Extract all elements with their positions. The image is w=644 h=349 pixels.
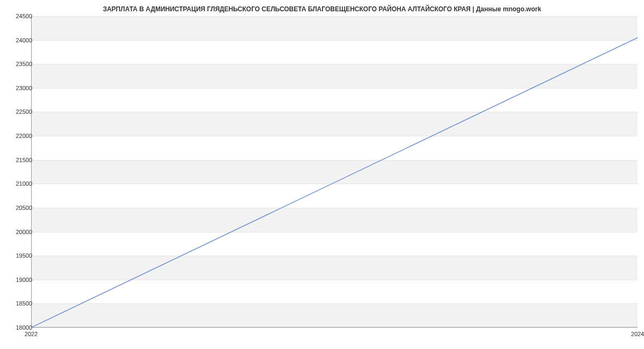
- y-tick-label: 19000: [5, 277, 32, 283]
- y-tick-label: 18000: [5, 324, 32, 331]
- grid-line: [31, 328, 638, 328]
- y-tick-label: 21500: [5, 157, 32, 163]
- y-tick-label: 20000: [5, 229, 32, 235]
- chart-title: ЗАРПЛАТА В АДМИНИСТРАЦИЯ ГЛЯДЕНЬСКОГО СЕ…: [0, 5, 644, 13]
- y-tick-label: 19500: [5, 252, 32, 259]
- x-tick-label: 2024: [631, 331, 644, 337]
- series-line: [31, 38, 638, 328]
- y-tick-label: 22000: [5, 133, 32, 139]
- y-tick-label: 24000: [5, 37, 32, 43]
- plot-area: [31, 16, 638, 328]
- y-tick-label: 22500: [5, 108, 32, 115]
- y-tick-label: 24500: [5, 13, 32, 19]
- y-tick-label: 21000: [5, 180, 32, 187]
- y-tick-label: 20500: [5, 205, 32, 211]
- y-tick-label: 18500: [5, 300, 32, 307]
- x-tick-label: 2022: [25, 331, 38, 337]
- data-line: [31, 16, 638, 328]
- y-tick-label: 23000: [5, 85, 32, 91]
- y-tick-label: 23500: [5, 61, 32, 67]
